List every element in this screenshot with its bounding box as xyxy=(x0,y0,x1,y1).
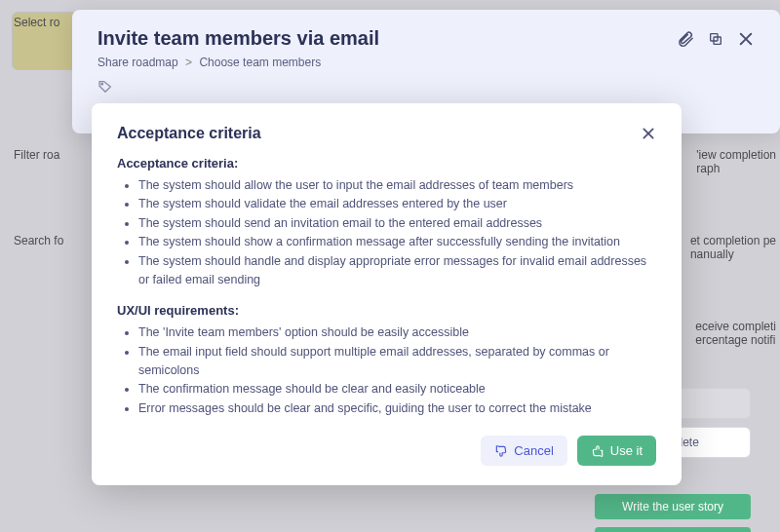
thumbs-up-icon xyxy=(591,444,604,458)
list-item: The email input field should support mul… xyxy=(138,343,656,381)
use-it-button[interactable]: Use it xyxy=(577,436,656,466)
add-acceptance-criteria-button[interactable]: Add acceptance criteria xyxy=(595,527,751,532)
close-icon[interactable] xyxy=(641,126,656,141)
cancel-button[interactable]: Cancel xyxy=(481,436,566,466)
section-header-ac: Acceptance criteria: xyxy=(117,156,656,171)
ux-requirements-list: The 'Invite team members' option should … xyxy=(117,323,656,418)
attachment-icon[interactable] xyxy=(677,30,694,48)
svg-point-4 xyxy=(101,84,103,86)
thumbs-down-icon xyxy=(494,444,508,458)
modal-title: Acceptance criteria xyxy=(117,125,261,142)
section-header-ux: UX/UI requirements: xyxy=(117,303,656,318)
list-item: The system should validate the email add… xyxy=(138,195,656,213)
panel-title: Invite team members via email xyxy=(98,27,379,50)
breadcrumb: Share roadmap > Choose team members xyxy=(98,56,755,69)
copy-icon[interactable] xyxy=(708,31,723,47)
breadcrumb-item[interactable]: Choose team members xyxy=(199,56,321,69)
list-item: The 'Invite team members' option should … xyxy=(138,323,656,342)
list-item: The system should allow the user to inpu… xyxy=(138,176,656,195)
list-item: The confirmation message should be clear… xyxy=(138,380,656,399)
acceptance-criteria-list: The system should allow the user to inpu… xyxy=(117,176,656,289)
write-user-story-button[interactable]: Write the user story xyxy=(595,494,751,519)
list-item: The system should send an invitation ema… xyxy=(138,214,656,233)
cancel-label: Cancel xyxy=(514,443,553,458)
use-it-label: Use it xyxy=(610,443,643,458)
list-item: Error messages should be clear and speci… xyxy=(138,399,656,418)
tag-icon[interactable] xyxy=(98,79,113,95)
list-item: The system should handle and display app… xyxy=(138,252,656,290)
close-icon[interactable] xyxy=(737,30,755,48)
acceptance-criteria-modal: Acceptance criteria Acceptance criteria:… xyxy=(92,103,682,485)
breadcrumb-item[interactable]: Share roadmap xyxy=(98,56,178,69)
list-item: The system should show a confirmation me… xyxy=(138,233,656,251)
